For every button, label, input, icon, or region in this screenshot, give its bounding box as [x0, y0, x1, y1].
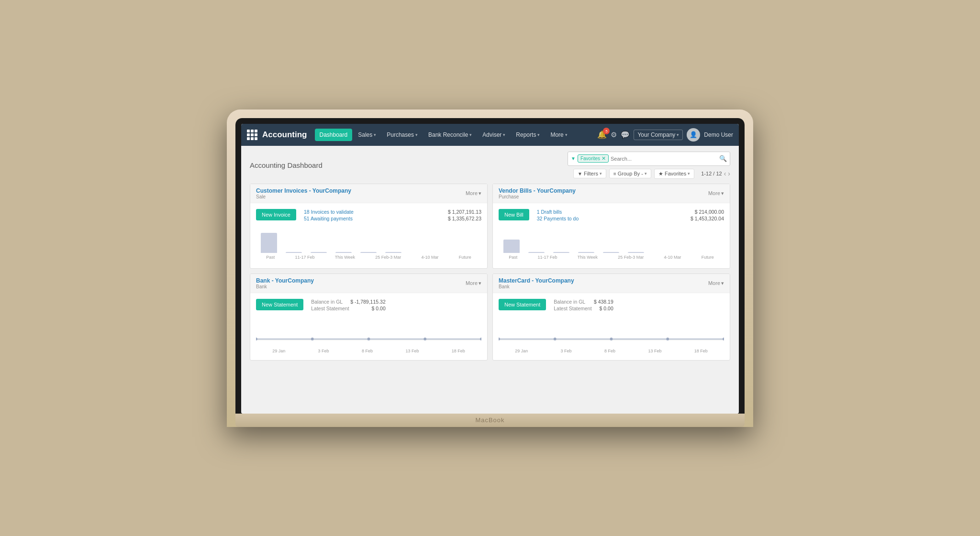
groupby-icon: ≡ [613, 171, 616, 176]
favorites-button[interactable]: ★ Favorites ▾ [654, 169, 694, 179]
bank-card: Bank - YourCompany Bank More ▾ New State… [250, 273, 488, 361]
stat-value: $ 1,453,320.04 [690, 216, 724, 221]
bar-thisweek [553, 252, 569, 253]
nav-adviser[interactable]: Adviser ▾ [478, 129, 510, 141]
bar-week2 [335, 252, 352, 253]
line-chart-labels: 29 Jan 3 Feb 8 Feb 13 Feb 18 Feb [256, 349, 481, 353]
card-title: Bank - YourCompany [256, 277, 314, 284]
card-subtitle: Sale [256, 194, 351, 199]
chevron-down-icon: ▾ [374, 132, 376, 137]
balance-label: Latest Statement [554, 306, 591, 311]
balance-info: Balance in GL $ -1,789,115.32 Latest Sta… [311, 299, 386, 311]
chart-labels: Past 11-17 Feb This Week 25 Feb-3 Mar 4-… [256, 255, 481, 260]
tag-close-icon[interactable]: ✕ [601, 155, 606, 162]
bar-past [261, 233, 277, 253]
chevron-down-icon: ▾ [600, 171, 602, 176]
stat-label[interactable]: 51 Awaiting payments [304, 216, 353, 221]
new-bill-button[interactable]: New Bill [499, 209, 529, 220]
nav-purchases[interactable]: Purchases ▾ [382, 129, 423, 141]
balance-value: $ -1,789,115.32 [350, 299, 386, 305]
chevron-down-icon: ▾ [677, 132, 679, 137]
settings-icon[interactable]: ⚙ [611, 131, 617, 139]
filter-icon: ▼ [578, 171, 582, 176]
bank-line-chart: 29 Jan 3 Feb 8 Feb 13 Feb 18 Feb [256, 316, 481, 354]
search-icon[interactable]: 🔍 [719, 155, 727, 162]
nav-more[interactable]: More ▾ [546, 129, 572, 141]
svg-point-8 [554, 338, 557, 340]
vendor-bills-card: Vendor Bills - YourCompany Purchase More… [492, 184, 730, 269]
balance-value: $ 0.00 [600, 306, 613, 311]
card-header: Bank - YourCompany Bank More ▾ [250, 274, 487, 293]
bar-week1 [528, 252, 545, 253]
chat-icon[interactable]: 💬 [621, 131, 630, 139]
prev-page-button[interactable]: ‹ [724, 170, 726, 177]
card-more-button[interactable]: More ▾ [466, 280, 481, 286]
screen-bezel: Accounting Dashboard Sales ▾ Purchases ▾ [235, 118, 745, 414]
pagination: 1-12 / 12 ‹ › [701, 170, 730, 177]
app-name: Accounting [262, 130, 307, 140]
chart-bars [499, 229, 724, 253]
user-name[interactable]: Demo User [704, 131, 733, 138]
stat-row: 1 Draft bills $ 214,000.00 [537, 209, 724, 215]
filters-button[interactable]: ▼ Filters ▾ [573, 169, 606, 178]
balance-row: Balance in GL $ 438.19 [554, 299, 613, 305]
avatar: 👤 [687, 128, 700, 142]
card-title: MasterCard - YourCompany [499, 277, 574, 284]
card-header: Customer Invoices - YourCompany Sale Mor… [250, 184, 487, 203]
nav-bank-reconcile[interactable]: Bank Reconcile ▾ [423, 129, 477, 141]
line-chart-svg [256, 316, 481, 345]
chevron-down-icon: ▾ [537, 132, 540, 137]
nav-reports[interactable]: Reports ▾ [511, 129, 545, 141]
card-subtitle: Bank [256, 284, 314, 289]
new-statement-mastercard-button[interactable]: New Statement [499, 299, 546, 310]
next-page-button[interactable]: › [728, 170, 730, 177]
top-navigation: Accounting Dashboard Sales ▾ Purchases ▾ [241, 124, 739, 146]
nav-sales[interactable]: Sales ▾ [353, 129, 381, 141]
content-area: Accounting Dashboard ▼ Favorites ✕ 🔍 [241, 146, 739, 414]
stat-label[interactable]: 1 Draft bills [537, 209, 562, 215]
grid-icon [247, 130, 257, 140]
new-statement-button[interactable]: New Statement [256, 299, 303, 310]
bar-week1 [286, 252, 302, 253]
laptop-outer: Accounting Dashboard Sales ▾ Purchases ▾ [227, 109, 753, 427]
notifications-button[interactable]: 🔔 5 [597, 130, 607, 139]
chart-labels: Past 11-17 Feb This Week 25 Feb-3 Mar 4-… [499, 255, 724, 260]
filter-tag-icon: ▼ [571, 156, 576, 161]
card-more-button[interactable]: More ▾ [708, 280, 724, 286]
bar-future [385, 252, 401, 253]
invoices-chart: Past 11-17 Feb This Week 25 Feb-3 Mar 4-… [256, 229, 481, 263]
line-chart-labels: 29 Jan 3 Feb 8 Feb 13 Feb 18 Feb [499, 349, 724, 353]
search-area: ▼ Favorites ✕ 🔍 ▼ Filters [568, 152, 730, 179]
card-title: Vendor Bills - YourCompany [499, 187, 576, 194]
card-subtitle: Bank [499, 284, 574, 289]
apps-menu-button[interactable] [247, 130, 257, 140]
stat-label[interactable]: 32 Payments to do [537, 216, 579, 221]
chevron-down-icon: ▾ [503, 132, 505, 137]
balance-value: $ 438.19 [594, 299, 613, 305]
card-stats: 18 Invoices to validate $ 1,207,191.13 5… [304, 209, 481, 221]
search-input[interactable] [609, 156, 719, 162]
chevron-down-icon: ▾ [415, 132, 418, 137]
card-subtitle: Purchase [499, 194, 576, 199]
chevron-down-icon: ▾ [479, 280, 481, 286]
nav-dashboard[interactable]: Dashboard [315, 129, 353, 141]
card-more-button[interactable]: More ▾ [466, 190, 481, 197]
stat-label[interactable]: 18 Invoices to validate [304, 209, 354, 215]
card-more-button[interactable]: More ▾ [708, 190, 724, 197]
stat-value: $ 1,335,672.23 [448, 216, 481, 221]
groupby-button[interactable]: ≡ Group By - ▾ [609, 169, 651, 178]
card-body: New Bill 1 Draft bills $ 214,000.00 32 P… [493, 203, 730, 268]
chevron-down-icon: ▾ [645, 171, 647, 176]
balance-info: Balance in GL $ 438.19 Latest Statement … [554, 299, 613, 311]
balance-label: Balance in GL [311, 299, 343, 305]
bar-thisweek [311, 252, 327, 253]
page-header: Accounting Dashboard ▼ Favorites ✕ 🔍 [250, 152, 730, 179]
new-invoice-button[interactable]: New Invoice [256, 209, 296, 220]
search-bar: ▼ Favorites ✕ 🔍 [568, 152, 730, 166]
screen: Accounting Dashboard Sales ▾ Purchases ▾ [241, 124, 739, 414]
stat-row: 51 Awaiting payments $ 1,335,672.23 [304, 216, 481, 221]
favorites-tag[interactable]: Favorites ✕ [578, 154, 609, 163]
company-selector[interactable]: Your Company ▾ [634, 130, 683, 140]
mastercard-line-chart: 29 Jan 3 Feb 8 Feb 13 Feb 18 Feb [499, 316, 724, 354]
card-header: MasterCard - YourCompany Bank More ▾ [493, 274, 730, 293]
